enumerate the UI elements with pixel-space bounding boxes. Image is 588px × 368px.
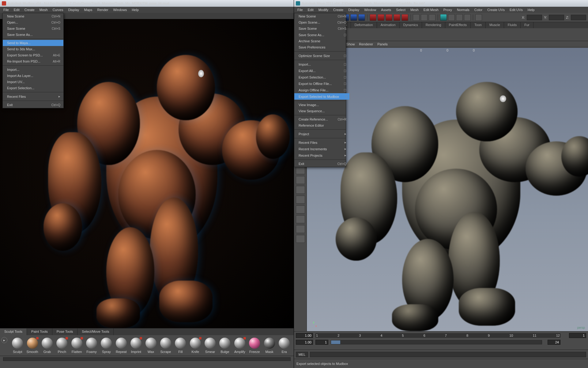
- m-menu-edituvs[interactable]: Edit UVs: [507, 7, 525, 12]
- shelf-tab[interactable]: Toon: [471, 22, 486, 28]
- m-menu-display[interactable]: Display: [346, 7, 361, 12]
- tool-repeat[interactable]: Repeat: [115, 338, 127, 354]
- menu-item[interactable]: Save SceneCtrl+S: [294, 25, 349, 32]
- tool-fill[interactable]: Fill: [175, 338, 186, 354]
- coord-y-input[interactable]: [549, 15, 564, 20]
- menu-item[interactable]: Open Scene...Ctrl+O: [294, 19, 349, 25]
- m-menu-editmesh[interactable]: Edit Mesh: [421, 7, 441, 12]
- tool-knife[interactable]: Knife: [190, 338, 201, 354]
- menu-curves[interactable]: Curves: [51, 7, 66, 12]
- layout-outliner[interactable]: [296, 215, 305, 223]
- menu-item[interactable]: Save Preferences: [294, 44, 349, 50]
- menu-item[interactable]: Export to Offline File...: [294, 80, 349, 87]
- menu-item[interactable]: Reference Editor: [294, 122, 349, 128]
- m-menu-normals[interactable]: Normals: [455, 7, 472, 12]
- tb-icon[interactable]: [464, 14, 471, 21]
- menu-item[interactable]: Save Scene As...: [294, 32, 349, 38]
- tool-bulge[interactable]: Bulge: [219, 338, 231, 354]
- m-menu-help[interactable]: Help: [526, 7, 537, 12]
- menu-item[interactable]: Recent Files: [294, 139, 349, 146]
- tb-icon[interactable]: [456, 14, 463, 21]
- time-curr2[interactable]: [569, 333, 586, 338]
- shelf-tab[interactable]: Rendering: [422, 22, 445, 28]
- sculpt-model[interactable]: [34, 31, 275, 328]
- m-menu-createuvs[interactable]: Create UVs: [485, 7, 507, 12]
- menu-item[interactable]: Export All...: [294, 67, 349, 74]
- range-start[interactable]: [315, 340, 328, 345]
- h-scrollbar[interactable]: [3, 357, 291, 361]
- script-lang[interactable]: MEL: [296, 352, 308, 357]
- menu-item[interactable]: Import...: [294, 61, 349, 67]
- layout-graph[interactable]: [296, 235, 305, 243]
- tool-scrape[interactable]: Scrape: [160, 338, 172, 354]
- m-menu-window[interactable]: Window: [362, 7, 378, 12]
- render-icon[interactable]: [440, 14, 447, 21]
- menu-item[interactable]: Re-Import from PSD...Alt+R: [3, 58, 63, 64]
- magnet-icon[interactable]: [401, 14, 408, 21]
- layout-persp[interactable]: [296, 205, 305, 213]
- shelf-tab[interactable]: Fur: [521, 22, 533, 28]
- m-menu-assets[interactable]: Assets: [379, 7, 393, 12]
- snap-icon[interactable]: [358, 14, 365, 21]
- tab-sculpt-tools[interactable]: Sculpt Tools: [0, 328, 27, 335]
- menu-item[interactable]: Save SceneCtrl+S: [3, 25, 63, 32]
- menu-item[interactable]: Send to Maya...: [3, 40, 63, 46]
- magnet-icon[interactable]: [370, 14, 376, 21]
- tool-foamy[interactable]: Foamy: [86, 338, 97, 354]
- tb-icon[interactable]: [421, 14, 428, 21]
- menu-item[interactable]: Export Selected to Mudbox: [294, 93, 349, 100]
- range-end[interactable]: [548, 340, 560, 345]
- coord-x-input[interactable]: [527, 15, 542, 20]
- menu-item[interactable]: Optimize Scene Size: [294, 52, 349, 59]
- menu-item[interactable]: New SceneCtrl+N: [3, 13, 63, 19]
- command-input[interactable]: [310, 352, 586, 357]
- menu-item[interactable]: Export Selection...: [294, 74, 349, 80]
- menu-item[interactable]: View Sequence...: [294, 108, 349, 114]
- maya-model[interactable]: [325, 60, 582, 331]
- m-menu-proxy[interactable]: Proxy: [441, 7, 454, 12]
- tb-icon[interactable]: [429, 14, 435, 21]
- m-menu-create[interactable]: Create: [331, 7, 345, 12]
- menu-item[interactable]: Recent Files: [3, 93, 63, 100]
- tb-icon[interactable]: [475, 14, 482, 21]
- snap-icon[interactable]: [350, 14, 357, 21]
- tool-pinch[interactable]: Pinch: [56, 338, 68, 354]
- menu-item[interactable]: Export Screen to PSD...Alt+E: [3, 52, 63, 58]
- layout-two-h[interactable]: [296, 186, 305, 194]
- menu-windows[interactable]: Windows: [111, 7, 129, 12]
- shelf-tab[interactable]: Fluids: [504, 22, 521, 28]
- menu-file[interactable]: File: [1, 7, 11, 12]
- range-start-outer[interactable]: [296, 340, 313, 345]
- tool-flatten[interactable]: Flatten: [71, 338, 83, 354]
- menu-item[interactable]: Project: [294, 131, 349, 137]
- menu-edit[interactable]: Edit: [12, 7, 22, 12]
- tb-icon[interactable]: [448, 14, 455, 21]
- shelf-tab[interactable]: Animation: [377, 22, 400, 28]
- coord-z-input[interactable]: [571, 15, 586, 20]
- menu-item[interactable]: Create Reference...Ctrl+R: [294, 116, 349, 122]
- menu-item[interactable]: Save Scene As...: [3, 32, 63, 38]
- mudbox-titlebar[interactable]: Autodesk Mudbox x64 - Not For Resale - Z…: [0, 0, 294, 7]
- m-menu-file[interactable]: File: [295, 7, 305, 12]
- pm-panels[interactable]: Panels: [377, 42, 388, 46]
- m-menu-modify[interactable]: Modify: [316, 7, 330, 12]
- maya-titlebar[interactable]: Autodesk Maya 2011 x64: Z:\Data\Demo\Tra…: [294, 0, 588, 7]
- menu-item[interactable]: ExitCtrl+Q: [294, 161, 349, 167]
- layout-hyper[interactable]: [296, 225, 305, 233]
- menu-item[interactable]: Archive Scene: [294, 38, 349, 44]
- time-current[interactable]: [296, 333, 313, 338]
- menu-item[interactable]: Assign Offline File...: [294, 87, 349, 93]
- menu-create[interactable]: Create: [22, 7, 37, 12]
- menu-item[interactable]: ExitCtrl+Q: [3, 102, 63, 108]
- pm-renderer[interactable]: Renderer: [359, 42, 373, 46]
- layout-four[interactable]: [296, 176, 305, 184]
- shelf-tab[interactable]: Dynamics: [400, 22, 422, 28]
- menu-maps[interactable]: Maps: [82, 7, 95, 12]
- layout-single[interactable]: [296, 166, 305, 174]
- tool-smear[interactable]: Smear: [204, 338, 216, 354]
- m-menu-edit[interactable]: Edit: [306, 7, 316, 12]
- tab-paint-tools[interactable]: Paint Tools: [27, 328, 52, 335]
- menu-item[interactable]: Import...: [3, 67, 63, 73]
- tab-pose-tools[interactable]: Pose Tools: [52, 328, 78, 335]
- magnet-icon[interactable]: [386, 14, 392, 21]
